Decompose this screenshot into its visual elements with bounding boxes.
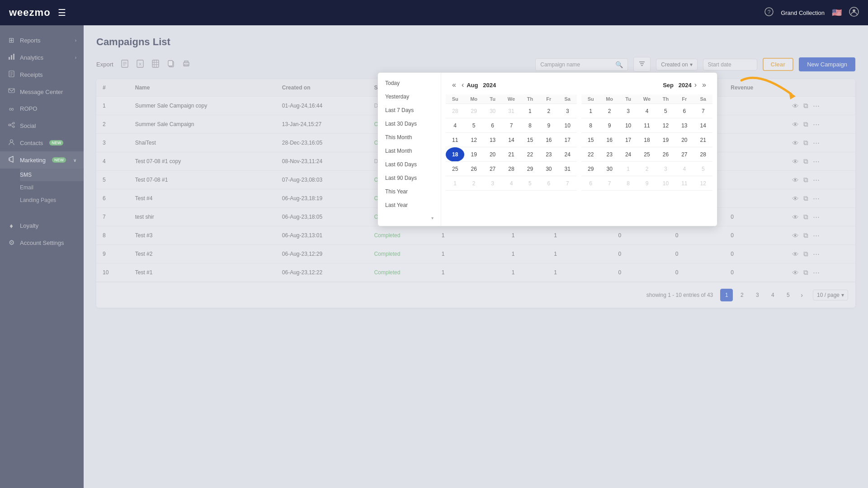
cal-day-cell[interactable]: 11 xyxy=(637,118,656,133)
more-icon[interactable]: ⋯ xyxy=(813,194,820,202)
more-icon[interactable]: ⋯ xyxy=(813,250,820,258)
cal-day-cell[interactable]: 15 xyxy=(581,133,600,147)
copy-icon[interactable]: ⧉ xyxy=(803,102,808,110)
cal-next-next-button[interactable]: » xyxy=(699,80,709,90)
sidebar-item-receipts[interactable]: Receipts xyxy=(0,66,84,83)
cal-day-cell[interactable]: 4 xyxy=(446,118,464,133)
copy-icon[interactable]: ⧉ xyxy=(803,231,808,239)
range-last-year[interactable]: Last Year xyxy=(378,198,441,212)
cal-day-cell[interactable]: 17 xyxy=(619,133,637,147)
cal-day-cell[interactable]: 31 xyxy=(558,162,577,176)
cal-day-cell[interactable]: 24 xyxy=(558,147,577,162)
view-icon[interactable]: 👁 xyxy=(792,213,799,221)
cal-day-cell[interactable]: 13 xyxy=(483,133,502,147)
cal-day-cell[interactable]: 29 xyxy=(521,162,539,176)
cal-day-cell[interactable]: 4 xyxy=(675,162,693,176)
new-campaign-button[interactable]: New Campaign xyxy=(799,57,855,71)
cal-day-cell[interactable]: 27 xyxy=(675,147,693,162)
cal-day-cell[interactable]: 3 xyxy=(558,104,577,118)
more-icon[interactable]: ⋯ xyxy=(813,176,820,184)
view-icon[interactable]: 👁 xyxy=(792,176,799,184)
view-icon[interactable]: 👁 xyxy=(792,121,799,128)
cal-day-cell[interactable]: 7 xyxy=(502,118,520,133)
cal-day-cell[interactable]: 25 xyxy=(637,147,656,162)
cal-day-cell[interactable]: 5 xyxy=(464,118,483,133)
sidebar-item-loyalty[interactable]: ♦ Loyalty xyxy=(0,217,84,234)
filter-button[interactable] xyxy=(633,57,651,72)
range-yesterday[interactable]: Yesterday xyxy=(378,90,441,103)
start-date-input[interactable] xyxy=(703,59,757,70)
cal-day-cell[interactable]: 5 xyxy=(521,176,539,191)
cal-day-cell[interactable]: 8 xyxy=(521,118,539,133)
cal-day-cell[interactable]: 27 xyxy=(483,162,502,176)
cal-prev-button[interactable]: ‹ xyxy=(459,80,467,90)
sidebar-item-analytics[interactable]: Analytics › xyxy=(0,49,84,66)
range-last90[interactable]: Last 90 Days xyxy=(378,171,441,185)
sidebar-item-account-settings[interactable]: ⚙ Account Settings xyxy=(0,234,84,251)
cal-day-cell[interactable]: 16 xyxy=(539,133,558,147)
cal-day-cell[interactable]: 17 xyxy=(558,133,577,147)
cal-day-cell[interactable]: 29 xyxy=(581,162,600,176)
cal-day-cell[interactable]: 3 xyxy=(483,176,502,191)
cal-day-cell[interactable]: 23 xyxy=(539,147,558,162)
view-icon[interactable]: 👁 xyxy=(792,232,799,239)
copy-icon[interactable]: ⧉ xyxy=(803,194,808,202)
cal-day-cell[interactable]: 9 xyxy=(637,176,656,191)
cal-day-cell[interactable]: 21 xyxy=(694,133,712,147)
cal-day-cell[interactable]: 5 xyxy=(694,162,712,176)
cal-day-cell[interactable]: 4 xyxy=(502,176,520,191)
cal-day-cell[interactable]: 11 xyxy=(446,133,464,147)
view-icon[interactable]: 👁 xyxy=(792,158,799,165)
range-last7[interactable]: Last 7 Days xyxy=(378,103,441,117)
cal-day-cell[interactable]: 1 xyxy=(619,162,637,176)
sidebar-item-marketing[interactable]: Marketing NEW ∨ xyxy=(0,151,84,169)
copy-icon[interactable]: ⧉ xyxy=(803,139,808,147)
cal-day-cell[interactable]: 6 xyxy=(581,176,600,191)
cal-day-cell[interactable]: 30 xyxy=(539,162,558,176)
cal-day-cell[interactable]: 23 xyxy=(600,147,618,162)
cal-day-cell[interactable]: 6 xyxy=(539,176,558,191)
sidebar-sub-item-email[interactable]: Email xyxy=(20,181,84,194)
cal-day-cell[interactable]: 7 xyxy=(558,176,577,191)
page-next-button[interactable]: › xyxy=(797,290,807,300)
export-excel-button[interactable]: X xyxy=(134,58,146,71)
page-btn-4[interactable]: 4 xyxy=(766,289,779,301)
view-icon[interactable]: 👁 xyxy=(792,269,799,277)
cal-day-cell[interactable]: 8 xyxy=(619,176,637,191)
cal-day-cell[interactable]: 6 xyxy=(675,104,693,118)
cal-day-cell[interactable]: 28 xyxy=(694,147,712,162)
cal-day-cell[interactable]: 18 xyxy=(637,133,656,147)
cal-day-cell[interactable]: 1 xyxy=(581,104,600,118)
cal-day-cell[interactable]: 4 xyxy=(637,104,656,118)
cal-day-cell[interactable]: 14 xyxy=(694,118,712,133)
cal-day-cell[interactable]: 9 xyxy=(600,118,618,133)
cal-day-cell[interactable]: 21 xyxy=(502,147,520,162)
cal-day-cell[interactable]: 12 xyxy=(464,133,483,147)
cal-day-cell[interactable]: 2 xyxy=(637,162,656,176)
cal-next-button[interactable]: › xyxy=(692,80,699,90)
page-btn-3[interactable]: 3 xyxy=(751,289,764,301)
cal-day-cell[interactable]: 26 xyxy=(464,162,483,176)
cal-day-cell[interactable]: 18 xyxy=(446,147,464,162)
clear-button[interactable]: Clear xyxy=(763,58,794,71)
export-pdf-button[interactable] xyxy=(119,58,131,71)
copy-icon[interactable]: ⧉ xyxy=(803,268,808,277)
cal-day-cell[interactable]: 1 xyxy=(521,104,539,118)
cal-day-cell[interactable]: 28 xyxy=(446,104,464,118)
export-print-button[interactable] xyxy=(180,58,192,71)
sort-dropdown[interactable]: Created on ▾ xyxy=(656,59,697,70)
cal-day-cell[interactable]: 12 xyxy=(656,118,675,133)
cal-day-cell[interactable]: 28 xyxy=(502,162,520,176)
sidebar-item-contacts[interactable]: Contacts NEW xyxy=(0,134,84,151)
cal-day-cell[interactable]: 2 xyxy=(600,104,618,118)
cal-day-cell[interactable]: 22 xyxy=(521,147,539,162)
cal-day-cell[interactable]: 12 xyxy=(694,176,712,191)
cal-day-cell[interactable]: 20 xyxy=(675,133,693,147)
export-csv-button[interactable] xyxy=(150,58,161,71)
user-avatar-icon[interactable] xyxy=(849,7,859,19)
view-icon[interactable]: 👁 xyxy=(792,195,799,202)
cal-day-cell[interactable]: 3 xyxy=(619,104,637,118)
view-icon[interactable]: 👁 xyxy=(792,102,799,110)
campaign-search-input[interactable] xyxy=(540,61,613,68)
copy-icon[interactable]: ⧉ xyxy=(803,120,808,128)
